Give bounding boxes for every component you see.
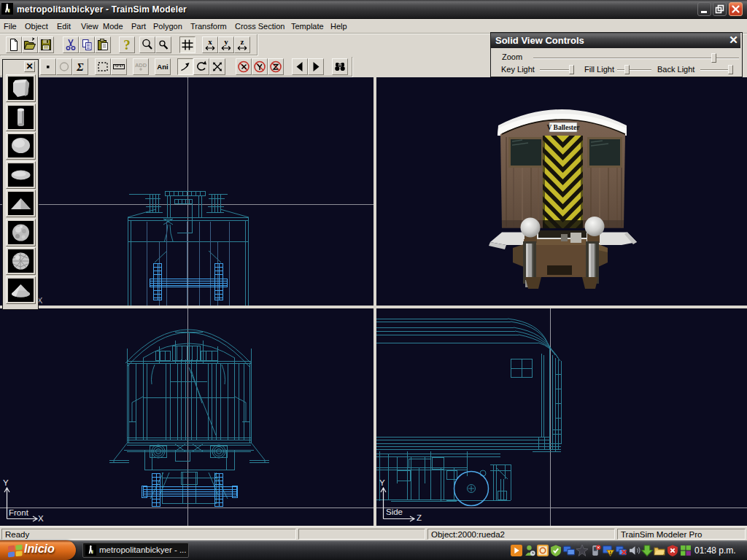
svg-text:ADD: ADD xyxy=(135,62,147,69)
svg-text:z: z xyxy=(241,37,244,46)
svg-text:X: X xyxy=(38,514,44,523)
svg-text:V Ballester: V Ballester xyxy=(547,124,581,131)
svg-text:Z: Z xyxy=(417,513,422,522)
svg-text:y: y xyxy=(224,37,228,46)
svg-text:?: ? xyxy=(123,37,131,52)
svg-text:!: ! xyxy=(609,550,611,556)
svg-text:x: x xyxy=(208,37,212,46)
svg-text:Side: Side xyxy=(386,508,403,516)
svg-text:Y: Y xyxy=(379,478,385,487)
svg-text:Σ: Σ xyxy=(76,61,84,73)
svg-text:Y: Y xyxy=(3,478,9,487)
svg-text:Ani: Ani xyxy=(157,63,168,71)
svg-text:Front: Front xyxy=(9,508,29,517)
